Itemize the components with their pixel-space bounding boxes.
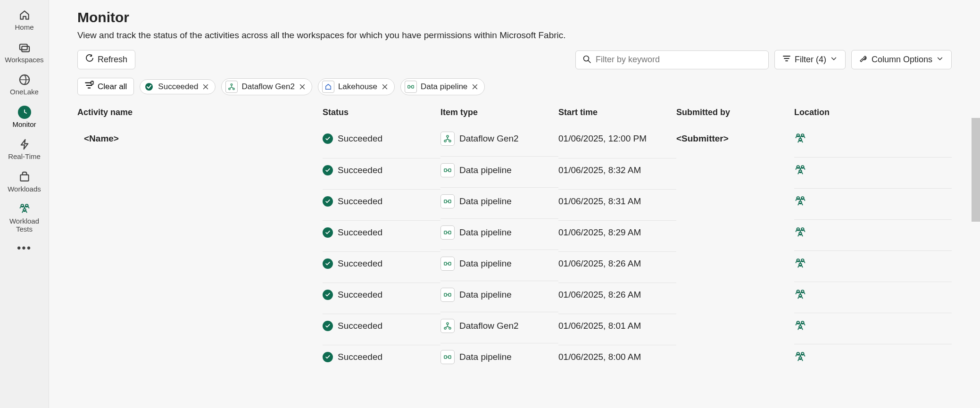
cell-location bbox=[794, 250, 952, 276]
chip-remove-icon[interactable] bbox=[381, 83, 389, 91]
chip-data-pipeline[interactable]: Data pipeline bbox=[400, 78, 485, 95]
chip-label: Succeeded bbox=[158, 82, 198, 92]
item-type-text: Dataflow Gen2 bbox=[459, 133, 519, 144]
success-icon bbox=[323, 290, 333, 300]
item-type-text: Data pipeline bbox=[459, 196, 512, 207]
cell-start-time: 01/06/2025, 8:31 AM bbox=[558, 189, 676, 213]
workspace-icon bbox=[794, 320, 806, 332]
nav-monitor[interactable]: Monitor bbox=[0, 101, 49, 133]
sidebar: Home Workspaces OneLake Monitor Real-Tim… bbox=[0, 0, 49, 408]
success-icon bbox=[323, 165, 333, 175]
col-activity-name[interactable]: Activity name bbox=[77, 108, 323, 117]
clear-all-button[interactable]: Clear all bbox=[77, 78, 134, 95]
col-start-time[interactable]: Start time bbox=[558, 108, 676, 117]
pipeline-icon bbox=[440, 163, 455, 177]
chip-lakehouse[interactable]: Lakehouse bbox=[318, 78, 395, 95]
workloads-icon bbox=[18, 170, 31, 183]
nav-workload-tests[interactable]: Workload Tests bbox=[0, 198, 49, 238]
nav-label: Home bbox=[15, 24, 33, 32]
workspace-icon bbox=[794, 351, 806, 363]
cell-activity-name bbox=[77, 319, 323, 332]
filter-icon bbox=[782, 54, 791, 65]
chip-remove-icon[interactable] bbox=[471, 83, 479, 91]
workspace-icon bbox=[794, 289, 806, 301]
main-content: Monitor View and track the status of the… bbox=[49, 0, 980, 408]
cell-start-time: 01/06/2025, 12:00 PM bbox=[558, 126, 676, 151]
table-row[interactable]: SucceededData pipeline01/06/2025, 8:00 A… bbox=[77, 341, 952, 372]
item-type-text: Data pipeline bbox=[459, 290, 512, 300]
search-box[interactable] bbox=[575, 50, 769, 69]
status-text: Succeeded bbox=[338, 227, 382, 238]
cell-activity-name bbox=[77, 257, 323, 270]
chip-remove-icon[interactable] bbox=[299, 83, 306, 91]
nav-label: Workload Tests bbox=[2, 217, 47, 233]
col-location[interactable]: Location bbox=[794, 108, 952, 117]
nav-label: Workloads bbox=[8, 185, 41, 193]
col-submitted-by[interactable]: Submitted by bbox=[676, 108, 794, 117]
onelake-icon bbox=[18, 73, 31, 86]
chip-label: Dataflow Gen2 bbox=[241, 82, 294, 92]
workspace-icon bbox=[794, 164, 806, 176]
col-item-type[interactable]: Item type bbox=[440, 108, 558, 117]
cell-status: Succeeded bbox=[323, 126, 440, 151]
table-header: Activity name Status Item type Start tim… bbox=[77, 102, 952, 123]
nav-realtime[interactable]: Real-Time bbox=[0, 133, 49, 166]
home-icon bbox=[18, 8, 31, 22]
table-row[interactable]: <Name>SucceededDataflow Gen201/06/2025, … bbox=[77, 123, 952, 154]
item-type-text: Dataflow Gen2 bbox=[459, 321, 519, 331]
activities-table: Activity name Status Item type Start tim… bbox=[77, 102, 952, 372]
success-icon bbox=[323, 321, 333, 331]
lakehouse-icon bbox=[322, 81, 334, 93]
status-text: Succeeded bbox=[338, 290, 382, 300]
cell-status: Succeeded bbox=[323, 314, 440, 338]
refresh-icon bbox=[85, 54, 94, 65]
item-type-text: Data pipeline bbox=[459, 227, 512, 238]
search-input[interactable] bbox=[596, 55, 762, 65]
cell-location bbox=[794, 125, 952, 152]
workspace-icon bbox=[794, 258, 806, 270]
nav-workloads[interactable]: Workloads bbox=[0, 166, 49, 198]
filter-button[interactable]: Filter (4) bbox=[774, 50, 846, 69]
nav-onelake[interactable]: OneLake bbox=[0, 68, 49, 101]
cell-activity-name bbox=[77, 350, 323, 363]
nav-more[interactable]: ••• bbox=[17, 241, 32, 255]
cell-activity-name bbox=[77, 225, 323, 239]
nav-home[interactable]: Home bbox=[0, 4, 49, 36]
pipeline-icon bbox=[405, 81, 417, 93]
chip-label: Data pipeline bbox=[421, 82, 467, 92]
workspace-icon bbox=[794, 133, 806, 145]
workspace-icon bbox=[794, 195, 806, 208]
table-row[interactable]: SucceededData pipeline01/06/2025, 8:26 A… bbox=[77, 248, 952, 279]
cell-item-type: Data pipeline bbox=[440, 281, 558, 308]
status-text: Succeeded bbox=[338, 258, 382, 269]
cell-item-type: Data pipeline bbox=[440, 343, 558, 371]
workspaces-icon bbox=[18, 41, 31, 54]
table-row[interactable]: SucceededData pipeline01/06/2025, 8:29 A… bbox=[77, 216, 952, 248]
chevron-down-icon bbox=[830, 55, 838, 65]
cell-submitted-by bbox=[676, 257, 794, 270]
filter-label: Filter (4) bbox=[795, 55, 826, 65]
chip-remove-icon[interactable] bbox=[202, 83, 209, 91]
chip-dataflow-gen2[interactable]: Dataflow Gen2 bbox=[221, 78, 312, 95]
dataflow-icon bbox=[225, 81, 238, 93]
chip-succeeded[interactable]: Succeeded bbox=[140, 79, 216, 94]
refresh-button[interactable]: Refresh bbox=[77, 50, 135, 69]
column-options-button[interactable]: Column Options bbox=[851, 50, 952, 69]
chevron-down-icon bbox=[936, 55, 944, 65]
cell-location bbox=[794, 282, 952, 308]
nav-label: OneLake bbox=[10, 88, 39, 96]
scrollbar[interactable] bbox=[972, 118, 980, 222]
cell-start-time: 01/06/2025, 8:01 AM bbox=[558, 314, 676, 338]
table-row[interactable]: SucceededDataflow Gen201/06/2025, 8:01 A… bbox=[77, 310, 952, 341]
filter-chips-row: Clear all Succeeded Dataflow Gen2 Lakeho… bbox=[77, 78, 952, 95]
dataflow-icon bbox=[440, 132, 455, 146]
nav-workspaces[interactable]: Workspaces bbox=[0, 36, 49, 69]
cell-status: Succeeded bbox=[323, 220, 440, 244]
cell-status: Succeeded bbox=[323, 189, 440, 213]
col-status[interactable]: Status bbox=[323, 108, 440, 117]
cell-start-time: 01/06/2025, 8:26 AM bbox=[558, 283, 676, 307]
table-row[interactable]: SucceededData pipeline01/06/2025, 8:26 A… bbox=[77, 279, 952, 310]
column-options-label: Column Options bbox=[872, 55, 932, 65]
table-row[interactable]: SucceededData pipeline01/06/2025, 8:31 A… bbox=[77, 185, 952, 216]
table-row[interactable]: SucceededData pipeline01/06/2025, 8:32 A… bbox=[77, 154, 952, 185]
